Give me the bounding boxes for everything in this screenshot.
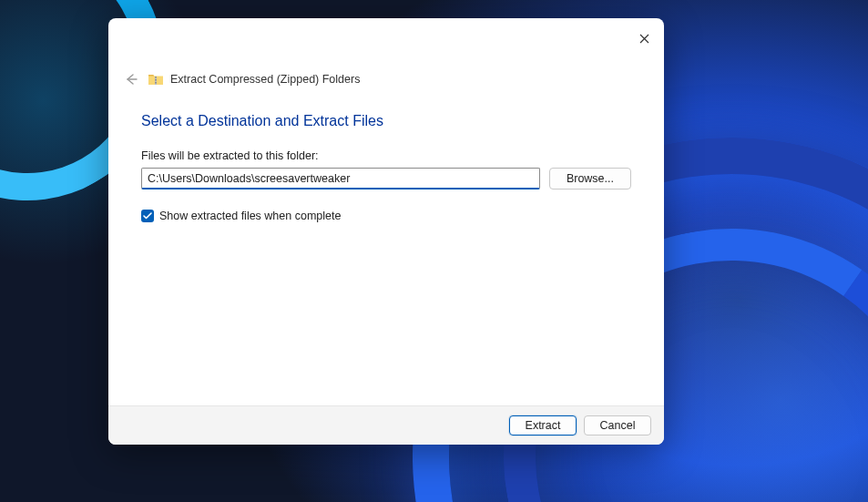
show-extracted-checkbox-row[interactable]: Show extracted files when complete xyxy=(141,210,631,222)
browse-button[interactable]: Browse... xyxy=(549,168,631,190)
show-extracted-checkbox[interactable] xyxy=(141,210,154,222)
extract-button[interactable]: Extract xyxy=(509,415,577,435)
show-extracted-label: Show extracted files when complete xyxy=(159,210,341,222)
dialog-heading: Select a Destination and Extract Files xyxy=(141,113,631,129)
destination-label: Files will be extracted to this folder: xyxy=(141,149,631,162)
dialog-header-title: Extract Compressed (Zipped) Folders xyxy=(170,73,360,86)
back-button[interactable] xyxy=(121,69,141,89)
destination-row: Browse... xyxy=(141,168,631,190)
destination-path-input[interactable] xyxy=(141,168,540,190)
dialog-header: Extract Compressed (Zipped) Folders xyxy=(108,51,664,89)
checkmark-icon xyxy=(143,212,152,220)
dialog-footer: Extract Cancel xyxy=(108,405,664,445)
extract-dialog: Extract Compressed (Zipped) Folders Sele… xyxy=(108,18,664,445)
zipped-folder-icon xyxy=(148,73,163,86)
svg-rect-3 xyxy=(155,79,157,81)
arrow-left-icon xyxy=(124,72,138,87)
close-icon xyxy=(639,34,649,44)
cancel-button[interactable]: Cancel xyxy=(584,415,651,435)
dialog-body: Select a Destination and Extract Files F… xyxy=(108,89,664,405)
svg-rect-2 xyxy=(155,77,157,78)
svg-rect-4 xyxy=(155,82,157,84)
close-button[interactable] xyxy=(631,26,657,51)
